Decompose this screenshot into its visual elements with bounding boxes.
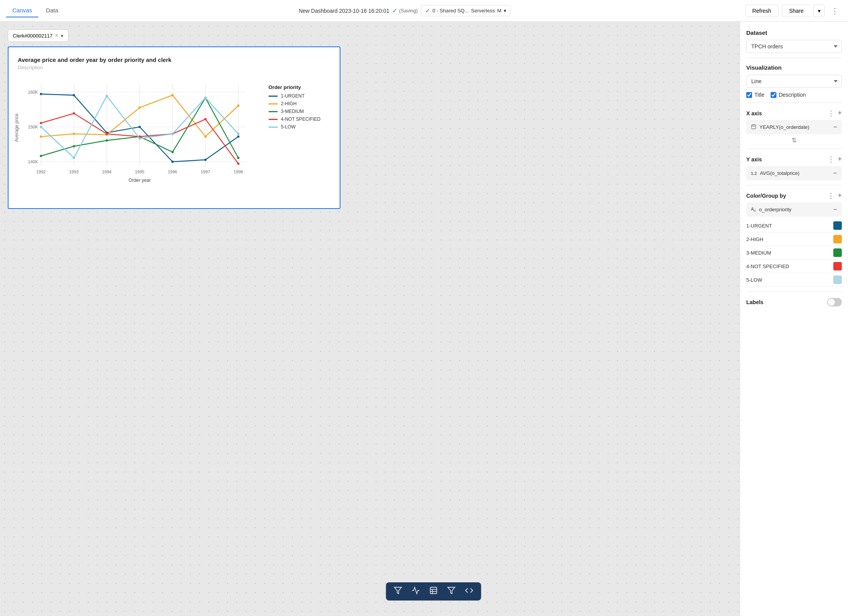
svg-point-34 [237, 104, 239, 107]
toolbar-funnel-icon[interactable] [447, 586, 456, 597]
color-swatch-urgent[interactable] [833, 221, 842, 230]
connection-status-icon: ✓ [425, 7, 430, 14]
legend-title: Order priority [268, 84, 330, 90]
legend-label-urgent: 1-URGENT [281, 93, 304, 99]
color-swatch-not-specified[interactable] [833, 262, 842, 270]
y-axis-label: Average price [14, 113, 19, 142]
color-group-header: Color/Group by ⋮ + [746, 192, 842, 200]
color-swatch-high[interactable] [833, 235, 842, 243]
check-icon: ✓ [392, 7, 397, 14]
color-group-field-label: o_orderpriority [759, 207, 830, 212]
legend-label-low: 5-LOW [281, 124, 296, 130]
chart-svg-wrap: Average price [18, 77, 262, 202]
svg-marker-56 [394, 587, 401, 594]
description-checkbox-label[interactable]: Description [771, 92, 806, 98]
title-label: Title [754, 92, 764, 98]
y-axis-header: Y axis ⋮ + [746, 155, 842, 164]
connection-name: 0 - Shared SQ... [433, 8, 469, 14]
title-checkbox[interactable] [746, 92, 752, 98]
svg-point-24 [138, 126, 141, 128]
color-group-section-title: Color/Group by [746, 193, 786, 199]
legend-item-high: 2-HIGH [268, 101, 330, 106]
x-axis-section: X axis ⋮ + YEARLY(o_orderdate) − ⇅ [746, 109, 842, 144]
main-layout: Clerk#000002117 × ▾ Average price and or… [0, 22, 848, 616]
color-swatch-medium[interactable] [833, 248, 842, 257]
legend-label-high: 2-HIGH [281, 101, 297, 106]
svg-point-32 [171, 94, 174, 96]
svg-point-51 [106, 95, 108, 97]
tab-data[interactable]: Data [40, 4, 65, 17]
refresh-button[interactable]: Refresh [745, 5, 779, 17]
labels-row: Labels [746, 298, 842, 306]
description-checkbox[interactable] [771, 92, 776, 98]
connection-size: M [497, 8, 501, 14]
filter-clear-icon[interactable]: × [55, 32, 58, 39]
color-item-high-label: 2-HIGH [746, 236, 763, 242]
filter-chip[interactable]: Clerk#000002117 × ▾ [8, 29, 68, 42]
svg-point-28 [40, 135, 42, 138]
y-axis-remove-icon[interactable]: − [833, 169, 837, 177]
chevron-down-icon: ▾ [504, 8, 506, 14]
x-axis-add-icon[interactable]: + [838, 109, 842, 118]
chart-body: Average price [18, 77, 330, 202]
swap-axes-icon[interactable]: ⇅ [746, 137, 842, 144]
toolbar-table-icon[interactable] [429, 586, 438, 597]
chart-title: Average price and order year by order pr… [18, 56, 330, 63]
svg-point-52 [138, 137, 141, 140]
labels-toggle[interactable] [827, 298, 842, 306]
color-item-urgent-label: 1-URGENT [746, 223, 772, 229]
x-axis-actions: ⋮ + [827, 109, 842, 118]
y-axis-field-pill: 1.2 AVG(o_totalprice) − [746, 166, 842, 180]
x-axis-remove-icon[interactable]: − [833, 123, 837, 131]
y-axis-more-icon[interactable]: ⋮ [827, 155, 834, 164]
svg-text:1998: 1998 [234, 169, 243, 174]
svg-point-48 [237, 163, 239, 165]
x-axis-more-icon[interactable]: ⋮ [827, 109, 834, 118]
legend-color-medium [268, 111, 278, 112]
share-button[interactable]: Share [782, 5, 810, 17]
color-swatch-low[interactable] [833, 275, 842, 284]
svg-point-43 [73, 112, 75, 115]
color-group-add-icon[interactable]: + [838, 192, 842, 200]
title-checkbox-label[interactable]: Title [746, 92, 764, 98]
share-caret-button[interactable]: ▾ [814, 5, 825, 17]
svg-point-50 [73, 157, 75, 159]
svg-rect-57 [430, 587, 437, 594]
chart-container: Average price and order year by order pr… [8, 46, 340, 209]
y-axis-add-icon[interactable]: + [838, 155, 842, 164]
saving-label: (Saving) [399, 8, 417, 14]
y-axis-section-title: Y axis [746, 156, 762, 163]
svg-text:Order year: Order year [128, 178, 150, 183]
svg-point-29 [73, 133, 75, 135]
visualization-select[interactable]: Line [746, 75, 842, 88]
color-item-high: 2-HIGH [746, 233, 842, 246]
divider-5 [746, 291, 842, 292]
connection-selector[interactable]: ✓ 0 - Shared SQ... Serverless M ▾ [421, 5, 511, 16]
tab-canvas[interactable]: Canvas [6, 4, 38, 17]
y-axis-actions: ⋮ + [827, 155, 842, 164]
color-item-not-specified-label: 4-NOT SPECIFIED [746, 264, 789, 269]
canvas-area: Clerk#000002117 × ▾ Average price and or… [0, 22, 740, 616]
svg-point-35 [40, 155, 42, 157]
color-item-not-specified: 4-NOT SPECIFIED [746, 260, 842, 273]
filter-caret-icon[interactable]: ▾ [61, 33, 63, 39]
legend-item-medium: 3-MEDIUM [268, 109, 330, 114]
svg-point-54 [204, 97, 207, 99]
more-options-button[interactable]: ⋮ [828, 5, 842, 17]
divider-2 [746, 103, 842, 103]
svg-rect-62 [752, 125, 756, 129]
svg-point-25 [171, 161, 174, 163]
calendar-icon [751, 124, 756, 130]
dataset-section-title: Dataset [746, 29, 842, 36]
toolbar-filter-icon[interactable] [394, 586, 402, 597]
toolbar-code-icon[interactable] [465, 586, 474, 597]
dataset-select[interactable]: TPCH orders [746, 40, 842, 53]
color-group-remove-icon[interactable]: − [833, 205, 837, 214]
toolbar-chart-icon[interactable] [412, 586, 420, 597]
legend-color-urgent [268, 96, 278, 97]
svg-point-39 [171, 151, 174, 153]
color-group-section: Color/Group by ⋮ + Ac o_orderpriority − … [746, 192, 842, 287]
legend-item-low: 5-LOW [268, 124, 330, 130]
chart-description: Description [18, 65, 330, 70]
color-group-more-icon[interactable]: ⋮ [827, 192, 834, 200]
